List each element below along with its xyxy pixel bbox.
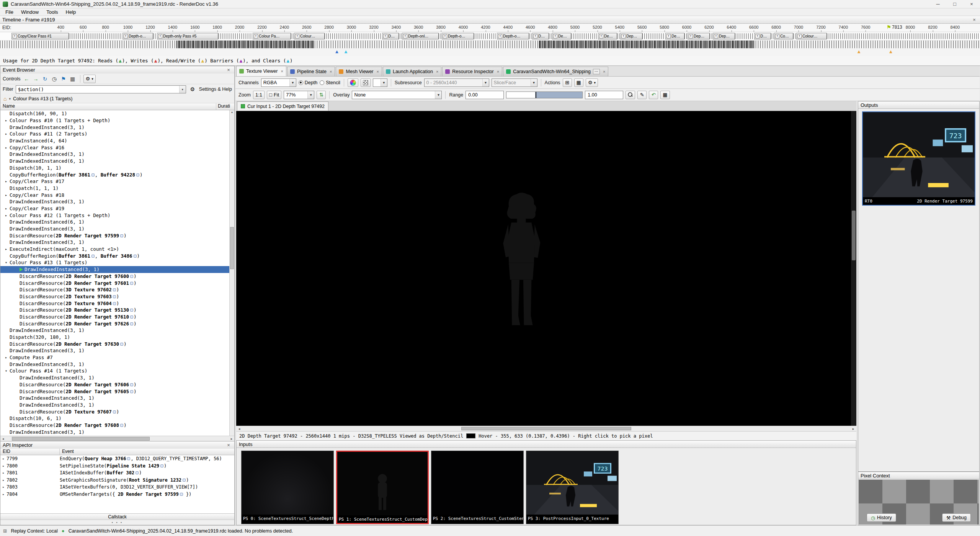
timeline-pass[interactable]: +Depth-o… <box>122 33 153 39</box>
timeline-pass[interactable]: +Colour… <box>294 33 325 39</box>
expander-icon[interactable]: ▸ <box>3 355 10 360</box>
timeline-pass[interactable]: +Dep… <box>620 33 642 39</box>
stencil-radio[interactable]: Stencil <box>320 80 340 85</box>
minimize-button[interactable]: ─ <box>929 0 946 8</box>
expander-icon[interactable]: ▸ <box>3 213 10 217</box>
column-event[interactable]: Event <box>60 449 234 455</box>
outputs-header[interactable]: Outputs <box>858 101 979 109</box>
scroll-right-icon[interactable]: ▸ <box>850 427 856 431</box>
open-in-new-tab-button[interactable]: ⊞ <box>563 78 572 87</box>
resource-link-icon[interactable] <box>91 173 95 176</box>
event-row[interactable]: DiscardResource(2D Render Target 97630) <box>0 340 229 347</box>
timeline-pass[interactable]: +Dep… <box>713 33 735 39</box>
next-bookmark-icon[interactable]: → <box>32 75 40 83</box>
replay-context-label[interactable]: Replay Context: Local <box>11 528 57 534</box>
settings-help-link[interactable]: Settings & Help <box>199 87 232 92</box>
resource-link-icon[interactable] <box>130 383 133 386</box>
timeline-pass[interactable]: +Depth-only Pass #5 <box>157 33 218 39</box>
expander-icon[interactable]: ▸ <box>3 145 10 150</box>
dock-tab-caravansandwitch-win64-shipping[interactable]: CaravanSandWitch-Win64_Shipping⋯× <box>503 67 608 76</box>
chevron-down-icon[interactable]: ▾ <box>9 97 11 101</box>
filter-input[interactable]: $action() ▾ <box>16 85 186 93</box>
expander-icon[interactable]: ▾ <box>3 369 10 373</box>
timeline-header[interactable]: Timeline - Frame #1919 × <box>0 16 980 24</box>
timeline-pass[interactable]: +Colour Pa… <box>253 33 291 39</box>
expander-icon[interactable]: ▾ <box>3 260 10 265</box>
output-thumbnail[interactable]: 723 RT0 2D Render Target 97599 <box>862 111 975 206</box>
event-row[interactable]: ▸Colour Pass #10 (1 Targets + Depth) <box>0 117 229 124</box>
prev-bookmark-icon[interactable]: ← <box>23 75 31 83</box>
event-tree-horizontal-scrollbar[interactable]: ◂ ▸ <box>0 436 234 441</box>
expand-icon[interactable]: + <box>621 34 626 38</box>
resource-link-icon[interactable] <box>130 315 133 319</box>
channels-dropdown[interactable]: RGBA ▾ <box>261 78 296 87</box>
scrollbar-thumb[interactable] <box>852 211 856 260</box>
save-range-button[interactable]: ▦ <box>660 91 670 99</box>
mip-dropdown[interactable]: 0 - 2560x1440 ▾ <box>424 78 489 87</box>
expand-icon[interactable]: + <box>13 34 17 38</box>
zoom-1to1-button[interactable]: 1:1 <box>253 91 265 99</box>
resource-link-icon[interactable] <box>120 234 123 237</box>
scrollbar-thumb[interactable] <box>12 437 150 441</box>
expand-icon[interactable]: + <box>403 34 407 38</box>
usage-marker-icon[interactable]: ▲ <box>335 49 340 54</box>
event-row[interactable]: ▸Copy/Clear Pass #17 <box>0 178 229 185</box>
menu-file[interactable]: File <box>2 8 17 16</box>
timeline-pass[interactable]: +D… <box>382 33 399 39</box>
resource-link-icon[interactable] <box>130 309 133 312</box>
checker-background-button[interactable] <box>361 78 371 87</box>
bookmark-icon[interactable]: ⚑ <box>59 75 68 83</box>
reset-range-button[interactable]: ↶ <box>649 91 658 99</box>
pixel-history-button[interactable]: ◷ History <box>867 513 896 522</box>
event-row[interactable]: DrawIndexedInstanced(3, 1) <box>0 347 229 354</box>
tab-close-icon[interactable]: × <box>436 69 438 74</box>
tab-close-icon[interactable]: × <box>377 69 379 74</box>
event-row[interactable]: CopyBufferRegion(Buffer 3861, Buffer 942… <box>0 171 229 178</box>
expand-icon[interactable]: + <box>714 34 718 38</box>
event-row[interactable]: ▸Copy/Clear Pass #16 <box>0 144 229 151</box>
event-row[interactable]: DrawIndexedInstanced(3, 1) <box>0 151 229 158</box>
input-thumbnail[interactable]: PS 2: SceneTexturesStruct_CustomStencilT… <box>431 451 524 524</box>
event-row[interactable]: ▸Copy/Clear Pass #18 <box>0 191 229 198</box>
api-row[interactable]: ▸7804OMSetRenderTargets({ 2D Render Targ… <box>0 491 234 498</box>
event-row[interactable]: DrawInstanced(4, 64) <box>0 137 229 144</box>
current-frame-flag[interactable]: ⚑7813 <box>886 24 902 30</box>
expander-icon[interactable]: ▸ <box>0 471 7 475</box>
event-row[interactable]: DrawIndexedInstanced(3, 1) <box>0 124 229 131</box>
event-row[interactable]: DrawIndexedInstanced(6, 1) <box>0 158 229 165</box>
expand-icon[interactable]: + <box>755 34 760 38</box>
resource-link-icon[interactable] <box>113 288 116 291</box>
api-inspector-column-header[interactable]: EID Event <box>0 449 234 455</box>
timeline-pass[interactable]: +De… <box>552 33 571 39</box>
expander-icon[interactable]: ▸ <box>0 457 7 461</box>
event-row[interactable]: DrawIndexedInstanced(3, 1) <box>0 395 229 402</box>
usage-marker-icon[interactable]: ▲ <box>343 49 348 54</box>
pixel-context-header[interactable]: Pixel Context <box>858 472 979 479</box>
api-row[interactable]: ▸7799EndQuery(Query Heap 3766, D3D12_QUE… <box>0 455 234 462</box>
expand-icon[interactable]: + <box>383 34 387 38</box>
texture-display[interactable] <box>236 111 856 426</box>
event-row[interactable]: DiscardResource(3D Texture 97602) <box>0 286 229 293</box>
close-button[interactable]: × <box>963 0 980 8</box>
texture-vertical-scrollbar[interactable] <box>851 111 856 426</box>
column-duration[interactable]: Durati <box>216 103 234 110</box>
expand-icon[interactable]: + <box>124 34 128 38</box>
timeline-pass[interactable]: +Depth-onl… <box>402 33 439 39</box>
grid-icon[interactable]: ⊞ <box>3 528 7 534</box>
expander-icon[interactable]: ▸ <box>3 179 10 183</box>
event-row[interactable]: ▾Colour Pass #14 (1 Targets) <box>0 368 229 374</box>
event-row[interactable]: Dispatch(320, 180, 1) <box>0 334 229 341</box>
menu-window[interactable]: Window <box>17 8 42 16</box>
tab-overflow-icon[interactable]: ⋯ <box>593 69 600 74</box>
expand-icon[interactable]: + <box>295 34 299 38</box>
event-browser-header[interactable]: Event Browser × <box>0 66 234 74</box>
custom-shader-dropdown[interactable]: ▾ <box>373 78 387 87</box>
expander-icon[interactable]: ▸ <box>3 247 10 251</box>
expand-icon[interactable]: + <box>498 34 502 38</box>
resource-link-icon[interactable] <box>136 173 139 176</box>
event-row[interactable]: DrawIndexedInstanced(3, 1) <box>0 428 229 435</box>
timeline-pass[interactable]: +Co… <box>774 33 793 39</box>
resource-link-icon[interactable] <box>136 471 139 474</box>
texture-actions-menu-button[interactable]: ⚙ ▾ <box>586 78 598 87</box>
input-thumbnail[interactable]: PS 0: SceneTexturesStruct_SceneDepthText… <box>241 451 334 524</box>
